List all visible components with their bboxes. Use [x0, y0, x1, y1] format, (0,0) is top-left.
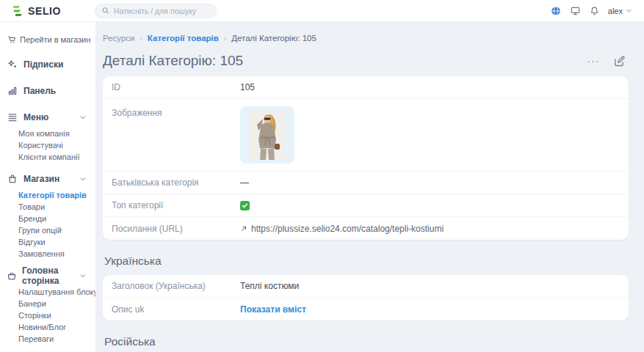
sidebar: Перейти в магазин Підписки Пане [0, 22, 95, 352]
sidebar-item-subscriptions[interactable]: Підписки [0, 56, 95, 73]
row-title-uk: Заголовок (Українська) Теплі костюми [103, 275, 629, 298]
detail-row-image: Зображення [103, 99, 629, 172]
row-description-uk: Опис uk Показати вміст [103, 298, 629, 320]
sidebar-item-reviews[interactable]: Відгуки [18, 236, 95, 248]
bar-chart-icon [7, 86, 18, 96]
sidebar-item-product-categories[interactable]: Категорії товарів [18, 189, 95, 201]
sidebar-item-label: Підписки [23, 59, 63, 70]
brand-name: SELIO [28, 5, 61, 17]
sidebar-item-orders[interactable]: Замовлення [18, 248, 95, 260]
sidebar-item-users[interactable]: Користувачі [18, 139, 95, 151]
sidebar-item-block-settings[interactable]: Налаштування блоку [18, 286, 95, 298]
selio-logo-icon [12, 5, 23, 17]
section-title-ukrainian: Українська [104, 254, 629, 268]
chevron-down-icon [626, 7, 632, 14]
breadcrumb-current: Деталі Категорію: 105 [231, 34, 316, 43]
sidebar-item-news-blog[interactable]: Новини/Блог [18, 321, 95, 333]
search-icon [102, 7, 109, 15]
category-url-link[interactable]: https://plussize.selio24.com/catalog/tep… [251, 224, 444, 234]
page-title: Деталі Категорію: 105 [103, 53, 243, 69]
breadcrumb-separator: › [140, 34, 142, 43]
show-content-uk-link[interactable]: Показати вміст [240, 304, 306, 315]
detail-row-parent-category: Батьківська категорія — [103, 172, 629, 194]
sidebar-item-dashboard[interactable]: Панель [0, 82, 95, 100]
user-menu[interactable]: alex [608, 7, 632, 15]
detail-row-top-category: Топ категорії [103, 194, 629, 217]
brand-logo[interactable]: SELIO [12, 5, 61, 17]
category-image-thumbnail[interactable] [240, 106, 294, 164]
sidebar-item-option-groups[interactable]: Групи опцій [18, 224, 95, 236]
monitor-icon[interactable] [570, 6, 581, 16]
parent-category-value: — [240, 177, 249, 188]
user-name: alex [608, 7, 623, 15]
external-link-icon [240, 225, 247, 232]
go-to-shop-label: Перейти в магазин [20, 35, 90, 44]
category-photo [250, 110, 285, 160]
breadcrumb-categories-link[interactable]: Категорії товарів [148, 34, 219, 43]
ukrainian-card: Заголовок (Українська) Теплі костюми Опи… [103, 275, 629, 320]
detail-row-url: Посилання (URL) https://plussize.selio24… [103, 217, 629, 240]
sidebar-item-brands[interactable]: Бренди [18, 213, 95, 224]
chevron-down-icon [79, 272, 87, 279]
sidebar-group-menu[interactable]: Меню [0, 109, 95, 126]
breadcrumb: Ресурси › Категорії товарів › Деталі Кат… [103, 34, 629, 43]
sidebar-item-banners[interactable]: Банери [18, 298, 95, 309]
shopping-bag-icon [7, 174, 18, 184]
id-value: 105 [240, 82, 255, 92]
go-to-shop-link[interactable]: Перейти в магазин [7, 35, 95, 44]
check-icon [242, 202, 248, 209]
section-title-russian: Російська [104, 335, 629, 348]
more-options-button[interactable]: ··· [587, 57, 600, 65]
detail-row-id: ID 105 [103, 76, 629, 99]
globe-icon[interactable] [551, 6, 561, 16]
details-card: ID 105 Зображення [103, 76, 629, 240]
sidebar-item-advantages[interactable]: Переваги [18, 333, 95, 345]
breadcrumb-resources[interactable]: Ресурси [103, 34, 135, 43]
bell-icon[interactable] [590, 6, 599, 16]
sidebar-item-label: Панель [23, 86, 56, 96]
sparkles-icon [7, 59, 18, 70]
top-header: SELIO [0, 0, 644, 22]
sidebar-item-my-company[interactable]: Моя компанія [18, 128, 95, 139]
breadcrumb-separator: › [224, 34, 226, 43]
sidebar-item-company-clients[interactable]: Клієнти компанії [18, 151, 95, 163]
edit-pencil-icon [613, 55, 626, 67]
title-uk-value: Теплі костюми [240, 281, 299, 291]
main-content: Ресурси › Категорії товарів › Деталі Кат… [95, 22, 644, 352]
chevron-down-icon [79, 175, 87, 183]
sidebar-item-products[interactable]: Товари [18, 201, 95, 213]
top-category-checkbox[interactable] [240, 201, 250, 210]
cart-icon [7, 35, 16, 44]
handbag-icon [7, 271, 17, 281]
global-search[interactable] [95, 4, 217, 18]
search-input[interactable] [114, 7, 209, 15]
edit-button[interactable] [613, 55, 626, 67]
sidebar-item-pages[interactable]: Сторінки [18, 309, 95, 321]
sidebar-group-homepage[interactable]: Головна сторінка [0, 267, 95, 285]
chevron-down-icon [79, 114, 87, 121]
sidebar-group-shop[interactable]: Магазин [0, 170, 95, 188]
menu-lines-icon [7, 112, 18, 122]
